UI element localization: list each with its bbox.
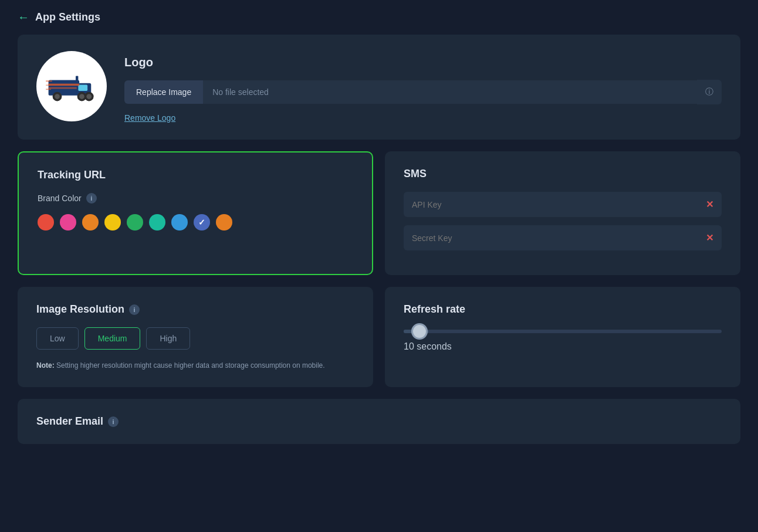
secret-key-input[interactable] [412, 233, 701, 243]
resolution-buttons: Low Medium High [36, 327, 354, 350]
api-key-row[interactable]: ✕ [404, 192, 722, 217]
svg-rect-3 [49, 84, 80, 86]
bottom-row: Image Resolution i Low Medium High Note:… [18, 287, 740, 387]
svg-rect-5 [76, 76, 78, 83]
resolution-title: Image Resolution i [36, 303, 354, 316]
refresh-rate-value: 10 seconds [404, 341, 722, 352]
slider-thumb[interactable] [411, 323, 428, 340]
logo-preview [36, 51, 107, 121]
refresh-rate-title: Refresh rate [404, 303, 722, 316]
tracking-sms-grid: Tracking URL Brand Color i SMS [18, 151, 740, 275]
refresh-slider-container [404, 330, 722, 333]
api-key-clear-button[interactable]: ✕ [706, 199, 713, 210]
sender-email-info-icon[interactable]: i [108, 416, 119, 427]
back-button[interactable]: ← [18, 11, 29, 24]
image-resolution-card: Image Resolution i Low Medium High Note:… [18, 287, 373, 387]
logo-label: Logo [124, 56, 722, 69]
secret-key-row[interactable]: ✕ [404, 225, 722, 250]
color-dot-red[interactable] [38, 214, 54, 231]
secret-key-clear-button[interactable]: ✕ [706, 232, 713, 243]
tracking-url-title: Tracking URL [38, 169, 353, 181]
color-palette [38, 214, 353, 231]
logo-truck-icon [45, 66, 98, 107]
sms-card: SMS ✕ ✕ [385, 151, 740, 275]
main-content: Logo Replace Image No file selected ⓘ Re… [0, 35, 758, 462]
resolution-high-button[interactable]: High [146, 327, 190, 350]
resolution-medium-button[interactable]: Medium [84, 327, 141, 350]
color-dot-orange-red[interactable] [82, 214, 99, 231]
color-dot-yellow[interactable] [104, 214, 121, 231]
logo-card: Logo Replace Image No file selected ⓘ Re… [18, 35, 740, 140]
brand-color-label: Brand Color i [38, 193, 353, 204]
remove-logo-button[interactable]: Remove Logo [124, 113, 175, 123]
resolution-info-icon[interactable]: i [129, 304, 140, 315]
replace-image-button[interactable]: Replace Image [124, 80, 203, 104]
slider-track [404, 330, 722, 333]
resolution-low-button[interactable]: Low [36, 327, 79, 350]
sms-title: SMS [404, 168, 722, 180]
page-title: App Settings [35, 11, 100, 23]
svg-rect-2 [78, 84, 87, 91]
refresh-rate-card: Refresh rate 10 seconds [385, 287, 740, 387]
brand-color-info-icon[interactable]: i [86, 193, 97, 204]
color-dot-teal[interactable] [149, 214, 165, 231]
svg-point-9 [79, 94, 84, 99]
header: ← App Settings [0, 0, 758, 35]
api-key-input[interactable] [412, 200, 701, 209]
color-dot-blue[interactable] [171, 214, 188, 231]
color-dot-orange[interactable] [216, 214, 232, 231]
color-dot-green[interactable] [127, 214, 143, 231]
logo-info: Logo Replace Image No file selected ⓘ Re… [124, 51, 722, 123]
resolution-note: Note: Setting higher resolution might ca… [36, 360, 354, 371]
file-input-row: Replace Image No file selected ⓘ [124, 80, 722, 104]
svg-rect-4 [49, 87, 77, 89]
logo-info-button[interactable]: ⓘ [697, 80, 722, 104]
svg-point-11 [86, 94, 92, 99]
sender-email-title: Sender Email i [36, 415, 722, 428]
svg-point-7 [55, 94, 60, 99]
file-name-display: No file selected [203, 80, 697, 104]
tracking-url-card: Tracking URL Brand Color i [18, 151, 373, 275]
sender-email-card: Sender Email i [18, 399, 740, 444]
color-dot-dark-blue[interactable] [194, 214, 210, 231]
color-dot-pink[interactable] [60, 214, 76, 231]
